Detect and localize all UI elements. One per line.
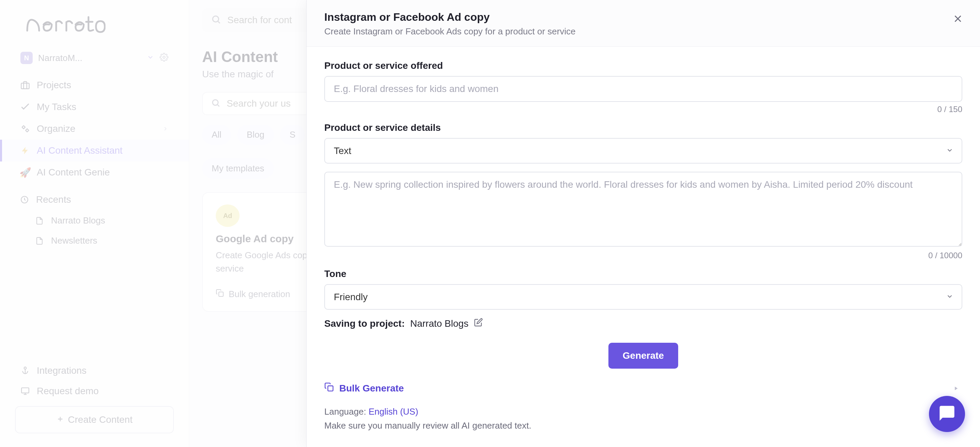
tone-select[interactable]: Friendly [324,284,962,310]
details-char-count: 0 / 10000 [324,251,962,260]
product-label: Product or service offered [324,60,962,71]
product-char-count: 0 / 150 [324,105,962,114]
chat-icon [938,404,956,423]
copy-icon [324,382,334,394]
language-row: Language: English (US) [324,407,962,417]
details-label: Product or service details [324,122,962,133]
details-textarea[interactable] [324,172,962,247]
svg-rect-10 [328,386,333,391]
saving-label: Saving to project: [324,318,404,329]
chat-fab[interactable] [929,396,965,432]
saving-project: Narrato Blogs [410,318,468,329]
edit-icon[interactable] [474,318,483,329]
close-icon[interactable] [952,13,964,26]
product-input[interactable] [324,76,962,102]
modal-overlay: Instagram or Facebook Ad copy Create Ins… [0,0,980,447]
language-link[interactable]: English (US) [369,407,418,417]
modal-subtitle: Create Instagram or Facebook Ads copy fo… [324,26,962,37]
details-type-select[interactable]: Text [324,138,962,164]
play-icon [953,383,959,394]
modal-title: Instagram or Facebook Ad copy [324,11,962,24]
modal-panel: Instagram or Facebook Ad copy Create Ins… [306,0,980,447]
bulk-generate-link[interactable]: Bulk Generate [324,382,962,394]
review-note: Make sure you manually review all AI gen… [324,420,962,431]
generate-button[interactable]: Generate [608,343,678,369]
tone-label: Tone [324,268,962,279]
